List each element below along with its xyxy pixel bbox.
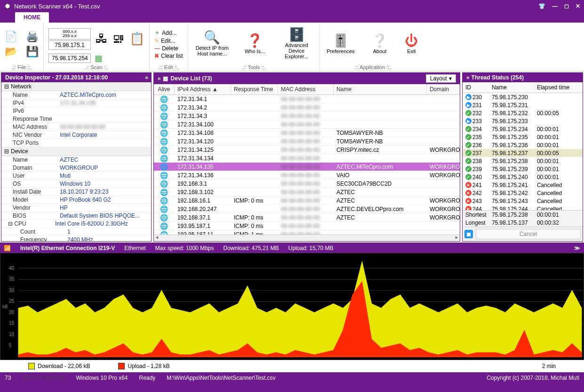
col-domain[interactable]: Domain	[427, 84, 460, 94]
tree-row[interactable]: UserMutl	[1, 172, 151, 180]
col-th-elapsed[interactable]: Elapsed time	[534, 82, 576, 93]
tree-row[interactable]: NameAZTEC	[1, 156, 151, 164]
chevron-down-icon: ▾	[449, 75, 452, 82]
table-row[interactable]: 🌐172.31.34.13600-00-00-00-00VAIOWORKGRO	[154, 171, 460, 180]
table-row[interactable]: 🌐192.168.3.100-00-00-00-00SEC30CDA79BCC2…	[154, 180, 460, 188]
about-button[interactable]: ❔About	[369, 33, 390, 55]
table-row[interactable]: 🌐192.168.16.1ICMP: 0 ms00-00-00-00-00AZT…	[154, 196, 460, 205]
tab-home[interactable]: HOME	[15, 12, 49, 23]
layout-dropdown[interactable]: Layout▾	[426, 74, 456, 83]
detect-ip-icon: 🔍	[195, 31, 230, 44]
col-th-id[interactable]: ID	[463, 82, 489, 93]
globe-icon: 🌐	[160, 155, 168, 162]
table-row[interactable]: 🌐172.31.34.13400-00-00-00-00	[154, 154, 460, 163]
print-icon[interactable]: 🖨️	[26, 31, 39, 43]
tree-row[interactable]: NameAZTEC.MiTeCpro.com	[1, 91, 151, 99]
table-row[interactable]: 🌐172.31.34.200-00-00-00-00	[154, 103, 460, 112]
thread-row[interactable]: ✓23975.98.175.23900:00:01	[463, 165, 583, 173]
maximize-button[interactable]: ◻	[564, 3, 569, 9]
thread-row[interactable]: ✕24175.98.175.241Cancelled	[463, 181, 583, 189]
col-alive[interactable]: Alive	[154, 84, 175, 94]
thread-row[interactable]: ✕24475.98.175.244Cancelled	[463, 205, 583, 210]
tshirt-icon[interactable]: 👕	[538, 3, 545, 9]
new-icon[interactable]: 📄	[5, 31, 17, 43]
preferences-button[interactable]: 🎚️Preferences	[325, 33, 356, 55]
tree-row[interactable]: OSWindows 10	[1, 180, 151, 188]
tree-row[interactable]: Frequency2400 MHz	[1, 236, 151, 241]
table-row[interactable]: 🌐172.31.34.10800-00-00-00-00TOMSAWYER-NB	[154, 129, 460, 137]
table-row[interactable]: 🌐192.168.20.24700-00-00-00-00AZTEC.DEVEL…	[154, 205, 460, 213]
col-ip[interactable]: IPv4 Address ▲	[175, 84, 231, 94]
table-row[interactable]: 🌐172.31.34.10000-00-00-00-00	[154, 120, 460, 129]
cancel-button[interactable]: Cancel	[476, 229, 581, 239]
table-row[interactable]: 🌐172.31.34.100-00-00-00-00	[154, 95, 460, 103]
detect-ip-button[interactable]: 🔍Detect IP from Host name...	[193, 30, 232, 58]
thread-row[interactable]: ✕24275.98.175.242Cancelled	[463, 189, 583, 197]
thread-row[interactable]: ✓23475.98.175.23400:00:01	[463, 125, 583, 133]
tree-row[interactable]: ModelHP ProBook 640 G2	[1, 196, 151, 204]
thread-row[interactable]: ✓23575.98.175.23500:00:01	[463, 133, 583, 141]
edit-button[interactable]: ✎Edit...	[154, 38, 183, 44]
tree-group[interactable]: ⊟ Network	[1, 82, 151, 91]
ade-button[interactable]: 🗄️Advanced Device Explorer...	[278, 27, 315, 61]
close-button[interactable]: ✕	[576, 3, 580, 9]
collapse-inspector-icon[interactable]: »	[158, 75, 160, 82]
thread-row[interactable]: ✓24075.98.175.24000:00:01	[463, 173, 583, 181]
thread-row[interactable]: ✓23675.98.175.23600:00:01	[463, 141, 583, 149]
net-collapse-icon[interactable]: ≫	[574, 245, 580, 251]
thread-row[interactable]: ▶23075.98.175.230	[463, 93, 583, 101]
thread-row[interactable]: ▶23175.98.175.231	[463, 101, 583, 109]
horizontal-scrollbar[interactable]	[154, 235, 460, 241]
scan-icon-1[interactable]: 🖧	[96, 31, 108, 46]
table-row[interactable]: 🌐172.31.34.12500-00-00-00-00CRISPY.mitec…	[154, 146, 460, 154]
table-row[interactable]: 🌐193.95.187.1ICMP: 0 ms00-00-00-00-00	[154, 222, 460, 230]
tree-row[interactable]: Response Time	[1, 115, 151, 123]
stop-icon[interactable]: ◼	[464, 230, 473, 238]
save-icon[interactable]: 💾	[26, 46, 39, 58]
tree-row[interactable]: BIOSDefault System BIOS HPQOE...	[1, 212, 151, 220]
tree-row[interactable]: NIC VendorIntel Corporate	[1, 131, 151, 139]
minimize-button[interactable]: —	[552, 3, 558, 9]
tree-row[interactable]: Count1	[1, 228, 151, 236]
add-button[interactable]: ＋Add...	[154, 29, 183, 37]
tree-row[interactable]: MAC Address00:00:00:00:00:00	[1, 123, 151, 131]
table-row[interactable]: 🌐193.95.187.11ICMP: 1 ms00-00-00-00-00	[154, 230, 460, 235]
tree-row[interactable]: ⊟ CPUIntel Core i5-6200U 2.30GHz	[1, 220, 151, 228]
col-name[interactable]: Name	[334, 84, 427, 94]
scan-icon-2[interactable]: 🖳	[112, 31, 125, 46]
whois-button[interactable]: ❓Who Is...	[243, 33, 267, 55]
col-rt[interactable]: Response Time	[231, 84, 278, 94]
tree-group[interactable]: ⊟ Device	[1, 147, 151, 156]
table-row[interactable]: 🌐192.168.3.10200-00-00-00-00AZTEC	[154, 188, 460, 196]
table-row[interactable]: 🌐172.31.34.13500-00-00-00-00AZTEC.MiTeCp…	[154, 163, 460, 171]
collapse-threads-icon[interactable]: »	[466, 74, 469, 81]
thread-row[interactable]: ✕24375.98.175.243Cancelled	[463, 197, 583, 205]
tree-row[interactable]: DomainWORKGROUP	[1, 164, 151, 172]
tree-row[interactable]: Install Date18.10.2017 9:23:23	[1, 188, 151, 196]
table-row[interactable]: 🌐172.31.34.300-00-00-00-00	[154, 112, 460, 120]
scan-icon-3[interactable]: 📋	[129, 31, 144, 46]
longest-label: Longest	[463, 220, 489, 226]
ip-to-input[interactable]	[48, 54, 91, 63]
col-th-name[interactable]: Name	[489, 82, 534, 93]
device-list-header: Alive IPv4 Address ▲ Response Time MAC A…	[154, 84, 460, 95]
thread-row[interactable]: ✓23775.98.175.23700:00:05	[463, 149, 583, 157]
tree-row[interactable]: IPv6	[1, 107, 151, 115]
thread-row[interactable]: ✓23275.98.175.23200:00:05	[463, 109, 583, 117]
tree-row[interactable]: IPv4172.31.34.135	[1, 99, 151, 107]
table-row[interactable]: 🌐192.168.37.1ICMP: 0 ms00-00-00-00-00AZT…	[154, 213, 460, 222]
scan-go-icon[interactable]: ▦	[95, 53, 103, 63]
clear-button[interactable]: ✖Clear list	[154, 53, 183, 59]
table-row[interactable]: 🌐172.31.34.12000-00-00-00-00TOMSAWYER-NB	[154, 137, 460, 146]
ip-from-input[interactable]	[48, 40, 91, 50]
globe-icon: 🌐	[160, 197, 168, 204]
tree-row[interactable]: VendorHP	[1, 204, 151, 212]
col-mac[interactable]: MAC Address	[278, 84, 334, 94]
delete-button[interactable]: —Delete	[154, 45, 183, 52]
collapse-left-icon[interactable]: «	[145, 74, 147, 81]
tree-row[interactable]: TCP Ports	[1, 139, 151, 147]
thread-row[interactable]: ▶23375.98.175.233	[463, 117, 583, 125]
open-icon[interactable]: 📂	[5, 46, 17, 58]
exit-button[interactable]: ⏻Exit	[403, 33, 420, 55]
thread-row[interactable]: ✓23875.98.175.23800:00:01	[463, 157, 583, 165]
